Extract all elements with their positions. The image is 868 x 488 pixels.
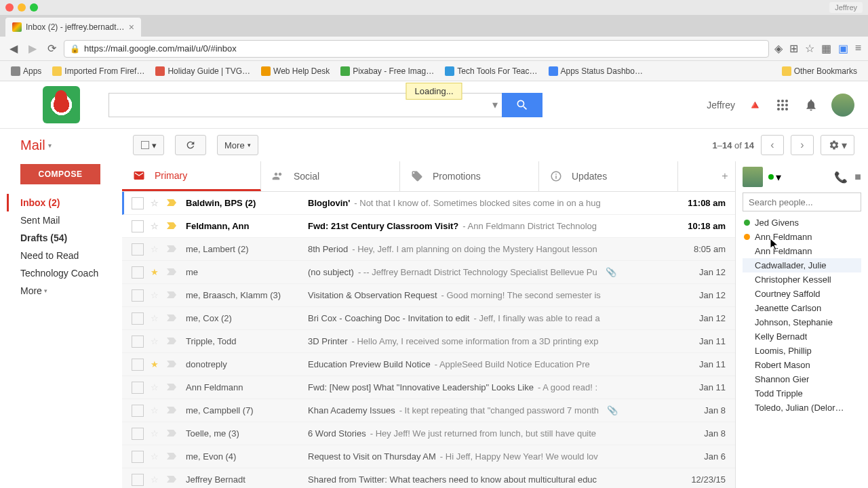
important-icon[interactable] [167, 359, 179, 369]
mail-row[interactable]: ★me(no subject) - -- Jeffrey Bernadt Dis… [122, 261, 735, 284]
chat-contact[interactable]: Kelly Bernadt [743, 329, 861, 344]
star-icon[interactable]: ☆ [805, 42, 814, 55]
important-icon[interactable] [167, 267, 179, 277]
window-close-icon[interactable] [5, 3, 14, 12]
mail-checkbox[interactable] [132, 382, 144, 394]
bookmark-item[interactable]: Imported From Firef… [48, 64, 149, 78]
category-tab-updates[interactable]: Updates [539, 161, 678, 191]
extension-icon-2[interactable]: ▣ [838, 42, 848, 55]
star-icon[interactable]: ★ [151, 267, 163, 277]
mail-row[interactable]: ★donotreplyEducation Preview Build Notic… [122, 353, 735, 376]
mail-row[interactable]: ☆Jeffrey BernadtShared from Twitter: Wha… [122, 468, 735, 488]
chat-contact[interactable]: Jeanette Carlson [743, 301, 861, 315]
newer-button[interactable]: ‹ [761, 135, 784, 155]
bookmark-apps[interactable]: Apps [7, 64, 45, 78]
mail-checkbox[interactable] [132, 312, 144, 325]
mail-checkbox[interactable] [132, 289, 144, 302]
mail-row[interactable]: ☆me, Evon (4)Request to Visit on Thursda… [122, 445, 735, 468]
important-icon[interactable] [167, 405, 179, 415]
video-icon[interactable]: ■ [854, 171, 861, 184]
refresh-button[interactable] [175, 135, 206, 155]
more-button[interactable]: More [217, 135, 258, 155]
star-icon[interactable]: ☆ [151, 336, 163, 346]
mail-checkbox[interactable] [132, 266, 144, 279]
star-icon[interactable]: ☆ [151, 474, 163, 485]
mail-switcher[interactable]: Mail [20, 138, 122, 153]
sidebar-more[interactable]: More [7, 282, 122, 300]
star-icon[interactable]: ☆ [151, 382, 163, 392]
chat-contact[interactable]: Shannon Gier [743, 372, 861, 386]
other-bookmarks[interactable]: Other Bookmarks [778, 64, 861, 78]
mail-checkbox[interactable] [132, 428, 144, 440]
mail-row[interactable]: ☆me, Braasch, Klamm (3)Visitation & Obse… [122, 284, 735, 307]
star-icon[interactable]: ☆ [151, 428, 163, 439]
older-button[interactable]: › [791, 135, 814, 155]
eye-icon[interactable]: ◈ [774, 42, 783, 55]
important-icon[interactable] [167, 313, 179, 323]
chat-contact[interactable]: Johnson, Stephanie [743, 315, 861, 329]
chat-contact[interactable]: Toledo, Julian (Delor… [743, 401, 861, 415]
sidebar-item[interactable]: Inbox (2) [7, 194, 122, 211]
reload-button[interactable]: ⟳ [45, 42, 58, 56]
google-apps-icon[interactable] [774, 97, 791, 113]
important-icon[interactable] [167, 474, 179, 485]
mail-row[interactable]: ☆me, Campbell (7)Khan Academy Issues - I… [122, 399, 735, 422]
important-icon[interactable] [167, 336, 179, 346]
mail-checkbox[interactable] [132, 474, 144, 486]
sidebar-item[interactable]: Need to Read [7, 247, 122, 264]
add-tab-button[interactable]: + [715, 161, 735, 191]
translate-icon[interactable]: ⊞ [789, 42, 798, 55]
forward-button[interactable]: ▶ [26, 42, 39, 56]
bookmark-item[interactable]: Holiday Guide | TVG… [151, 64, 254, 78]
org-logo[interactable] [14, 86, 108, 123]
mail-row[interactable]: ☆me, Lambert (2)8th Period - Hey, Jeff. … [122, 238, 735, 261]
sidebar-item[interactable]: Technology Coach [7, 264, 122, 282]
settings-button[interactable]: ▾ [821, 135, 854, 155]
search-button[interactable] [502, 93, 542, 117]
important-icon[interactable] [167, 382, 179, 392]
mail-row[interactable]: ☆Feldmann, AnnFwd: 21st Century Classroo… [122, 215, 735, 238]
chat-self-avatar[interactable] [743, 167, 763, 187]
mail-checkbox[interactable] [132, 359, 144, 371]
important-icon[interactable] [167, 221, 179, 231]
star-icon[interactable]: ☆ [151, 244, 163, 254]
compose-button[interactable]: COMPOSE [20, 164, 100, 184]
window-minimize-icon[interactable] [18, 3, 26, 12]
star-icon[interactable]: ☆ [151, 451, 163, 462]
chat-contact[interactable]: Todd Tripple [743, 386, 861, 401]
star-icon[interactable]: ★ [151, 359, 163, 369]
chat-contact[interactable]: Cadwallader, Julie [743, 258, 861, 272]
bookmark-item[interactable]: Apps Status Dashbo… [545, 64, 647, 78]
window-zoom-icon[interactable] [30, 3, 38, 12]
category-tab-promotions[interactable]: Promotions [400, 161, 539, 191]
important-icon[interactable] [167, 451, 179, 462]
sidebar-item[interactable]: Sent Mail [7, 211, 122, 229]
chat-contact[interactable]: Ann Feldmann [743, 230, 861, 244]
search-options-dropdown[interactable]: ▾ [488, 93, 502, 117]
notifications-icon[interactable] [803, 97, 819, 113]
mail-checkbox[interactable] [132, 220, 144, 232]
bookmark-item[interactable]: Tech Tools For Teac… [441, 64, 541, 78]
important-icon[interactable] [167, 244, 179, 254]
mail-checkbox[interactable] [132, 405, 144, 417]
org-icon[interactable]: 🔺 [747, 98, 762, 113]
bookmark-item[interactable]: Web Help Desk [257, 64, 334, 78]
mail-checkbox[interactable] [132, 451, 144, 463]
chat-contact[interactable]: Loomis, Phillip [743, 344, 861, 358]
mail-row[interactable]: ☆Toelle, me (3)6 Word Stories - Hey Jeff… [122, 422, 735, 445]
mail-row[interactable]: ☆Tripple, Todd3D Printer - Hello Amy, I … [122, 330, 735, 353]
phone-icon[interactable]: 📞 [834, 171, 848, 184]
mail-row[interactable]: ☆Ann FeldmannFwd: [New post] What "Innov… [122, 376, 735, 399]
mail-checkbox[interactable] [132, 336, 144, 348]
mail-checkbox[interactable] [132, 243, 144, 256]
tab-close-icon[interactable]: × [129, 22, 134, 33]
url-field[interactable]: 🔒 https://mail.google.com/mail/u/0/#inbo… [64, 40, 769, 58]
back-button[interactable]: ◀ [7, 42, 20, 56]
important-icon[interactable] [167, 198, 179, 208]
extension-icon-1[interactable]: ▦ [821, 42, 831, 55]
star-icon[interactable]: ☆ [151, 221, 163, 231]
chrome-menu-icon[interactable]: ≡ [855, 42, 861, 55]
category-tab-social[interactable]: Social [261, 161, 400, 191]
chat-contact[interactable]: Robert Mason [743, 358, 861, 372]
star-icon[interactable]: ☆ [151, 198, 163, 208]
